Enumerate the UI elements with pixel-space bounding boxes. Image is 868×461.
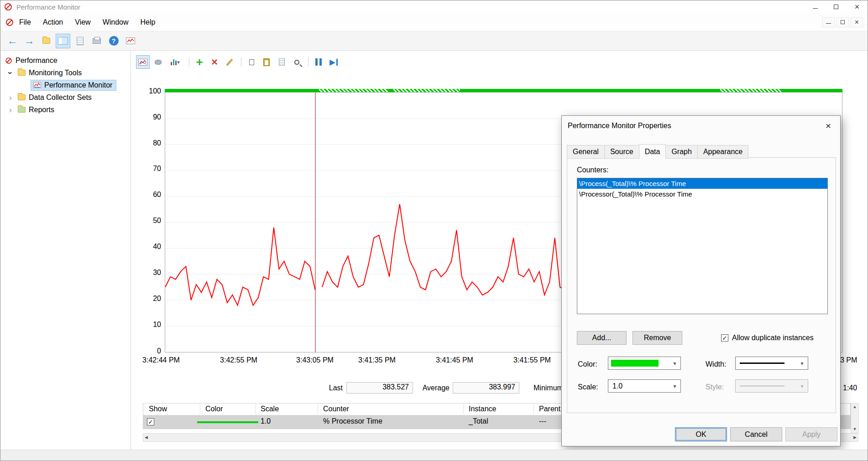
y-axis-tick: 20 (135, 295, 161, 303)
tab-data[interactable]: Data (639, 144, 666, 159)
freeze-display-button[interactable] (312, 55, 325, 69)
maximize-icon (834, 5, 838, 9)
width-dropdown[interactable]: ▾ (735, 357, 808, 370)
color-dropdown[interactable]: ▾ (608, 357, 681, 370)
tree-root-performance[interactable]: Performance (5, 54, 58, 67)
expand-chevron-icon[interactable]: › (7, 106, 14, 114)
x-axis-tick-partial: 43 PM (836, 356, 868, 364)
add-counter-button[interactable]: + (193, 55, 206, 69)
close-button[interactable]: × (847, 0, 868, 13)
maximize-button[interactable] (826, 0, 847, 13)
zoom-button[interactable] (290, 55, 303, 69)
tree-item-reports[interactable]: › Reports (7, 104, 54, 116)
performance-monitor-window: Performance Monitor × File Action View W… (0, 0, 868, 461)
tree-item-data-collector-sets[interactable]: › Data Collector Sets (7, 91, 92, 104)
highlight-icon (226, 58, 233, 65)
chart-window-button[interactable] (123, 34, 138, 48)
scroll-left-icon[interactable]: ◀ (145, 435, 148, 440)
menu-file[interactable]: File (13, 13, 37, 31)
y-axis-tick: 40 (135, 243, 161, 251)
child-minimize-icon (826, 23, 831, 24)
tree-item-performance-monitor[interactable]: Performance Monitor (31, 79, 116, 91)
dialog-close-button[interactable]: × (821, 119, 836, 132)
x-axis-tick: 3:43:05 PM (292, 356, 338, 364)
menu-action[interactable]: Action (37, 13, 69, 31)
collapse-chevron-icon[interactable]: › (6, 69, 15, 77)
menu-window[interactable]: Window (97, 13, 135, 31)
menu-help[interactable]: Help (135, 13, 162, 31)
graph-toolbar: ▾ + × ▶ (136, 54, 342, 70)
tab-appearance[interactable]: Appearance (697, 145, 748, 159)
back-button[interactable]: ← (5, 34, 20, 48)
legend-header-scale[interactable]: Scale (261, 405, 279, 413)
change-graph-type-button[interactable]: ▾ (166, 55, 184, 69)
forward-button[interactable]: → (22, 34, 37, 48)
performance-root-icon (5, 57, 12, 64)
dialog-title: Performance Monitor Properties (568, 122, 671, 130)
allow-duplicates-checkbox[interactable]: ✓ (721, 334, 728, 342)
scale-dropdown[interactable]: 1.0 ▾ (608, 379, 681, 393)
menu-view[interactable]: View (69, 13, 96, 31)
cancel-button[interactable]: Cancel (730, 427, 782, 441)
counter-list-item[interactable]: \Process(_Total)\% Processor Time (577, 178, 827, 189)
update-data-button[interactable]: ▶ (327, 55, 340, 69)
child-minimize-button[interactable] (822, 17, 835, 27)
counter-list-item[interactable]: \Processor(_Total)\% Processor Time (577, 189, 827, 199)
legend-header-parent[interactable]: Parent (539, 405, 560, 413)
print-button[interactable] (89, 34, 104, 48)
paste-counter-list-button[interactable] (260, 55, 273, 69)
add-button[interactable]: Add... (577, 331, 627, 345)
up-one-level-button[interactable] (39, 34, 53, 48)
style-dropdown[interactable]: ▾ (735, 379, 808, 393)
zoom-icon (294, 60, 299, 65)
legend-header-color[interactable]: Color (205, 405, 223, 413)
title-bar: Performance Monitor × (0, 0, 868, 13)
legend-header-instance[interactable]: Instance (469, 405, 496, 413)
color-label: Color: (578, 360, 597, 368)
window-title: Performance Monitor (16, 3, 80, 11)
chevron-down-icon: ▾ (669, 360, 680, 367)
menu-bar: File Action View Window Help × (0, 13, 868, 31)
expand-chevron-icon[interactable]: › (7, 93, 14, 102)
child-restore-button[interactable] (837, 17, 849, 27)
step-forward-icon: ▶ (329, 58, 335, 66)
minimize-button[interactable] (805, 0, 826, 13)
pause-icon (315, 58, 322, 66)
scroll-down-icon[interactable]: ▼ (853, 427, 857, 431)
export-list-button[interactable] (73, 34, 87, 48)
chevron-down-icon: ▾ (669, 383, 680, 389)
view-current-activity-button[interactable] (136, 55, 150, 69)
properties-dialog: Performance Monitor Properties × General… (561, 115, 841, 446)
legend-header-show[interactable]: Show (149, 405, 167, 413)
apply-button[interactable]: Apply (785, 427, 837, 441)
console-tree-panel: Performance › Monitoring Tools Performan… (0, 51, 131, 450)
legend-header-counter[interactable]: Counter (323, 405, 349, 413)
view-log-data-button[interactable] (151, 55, 165, 69)
tab-general[interactable]: General (567, 145, 605, 159)
show-hide-console-tree-button[interactable] (56, 34, 70, 48)
help-button[interactable]: ? (106, 34, 121, 48)
delete-counter-button[interactable]: × (208, 55, 221, 69)
legend-vertical-scrollbar[interactable]: ▲ ▼ (851, 403, 859, 433)
legend-show-checkbox[interactable]: ✓ (147, 418, 154, 425)
remove-button[interactable]: Remove (633, 331, 682, 345)
scale-label: Scale: (578, 383, 598, 391)
last-value: 383.527 (346, 382, 413, 394)
properties-button[interactable] (275, 55, 288, 69)
step-bar-icon (336, 59, 338, 66)
properties-icon (279, 58, 285, 66)
tree-item-monitoring-tools[interactable]: › Monitoring Tools (7, 67, 82, 79)
child-close-button[interactable]: × (851, 17, 863, 27)
scale-value: 1.0 (612, 382, 622, 390)
scroll-up-icon[interactable]: ▲ (853, 405, 857, 409)
copy-properties-button[interactable] (245, 55, 258, 69)
ok-button[interactable]: OK (675, 427, 727, 441)
window-bottom-strip (0, 450, 868, 461)
tab-source[interactable]: Source (604, 145, 639, 159)
tab-graph[interactable]: Graph (665, 145, 697, 159)
counter-list[interactable]: \Process(_Total)\% Processor Time \Proce… (577, 178, 828, 314)
scroll-right-icon[interactable]: ▶ (853, 435, 857, 440)
reports-folder-icon (18, 107, 26, 113)
dropdown-chevron-icon[interactable]: ▾ (177, 59, 180, 65)
highlight-button[interactable] (223, 55, 236, 69)
